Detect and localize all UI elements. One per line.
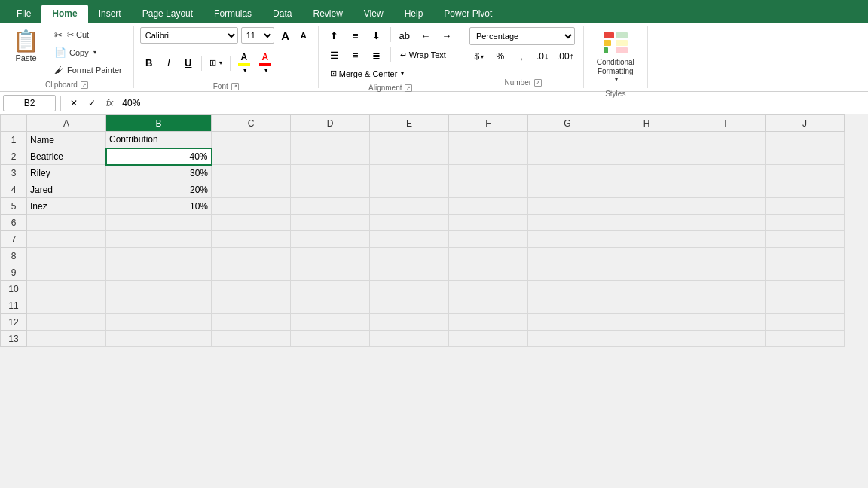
cell-a6[interactable]	[27, 215, 106, 231]
cell-d8[interactable]	[291, 248, 370, 264]
row-header-3[interactable]: 3	[1, 165, 27, 181]
align-middle-button[interactable]: ≡	[346, 27, 365, 44]
confirm-formula-button[interactable]: ✓	[84, 95, 100, 111]
cell-b11[interactable]	[106, 297, 212, 314]
cell-h4[interactable]	[607, 181, 686, 198]
tab-insert[interactable]: Insert	[88, 5, 132, 23]
cell-a9[interactable]	[27, 264, 106, 281]
row-header-11[interactable]: 11	[1, 297, 27, 314]
tab-review[interactable]: Review	[302, 5, 353, 23]
cell-g11[interactable]	[528, 297, 607, 314]
cell-f9[interactable]	[449, 264, 528, 281]
borders-button[interactable]: ⊞ ▾	[206, 56, 226, 70]
cell-c7[interactable]	[212, 231, 291, 248]
cell-g1[interactable]	[528, 132, 607, 148]
cell-e11[interactable]	[370, 297, 449, 314]
cell-e5[interactable]	[370, 198, 449, 215]
col-header-h[interactable]: H	[607, 115, 686, 132]
row-header-13[interactable]: 13	[1, 331, 27, 347]
cell-g3[interactable]	[528, 165, 607, 181]
tab-help[interactable]: Help	[394, 5, 434, 23]
comma-button[interactable]: ,	[512, 48, 531, 65]
cell-h6[interactable]	[607, 215, 686, 231]
cut-button[interactable]: ✂ ✂ Cut	[49, 27, 127, 43]
cell-a1[interactable]: Name	[27, 132, 106, 148]
cell-f6[interactable]	[449, 215, 528, 231]
italic-button[interactable]: I	[160, 54, 178, 72]
align-left-button[interactable]: ☰	[325, 47, 344, 63]
cell-i7[interactable]	[686, 231, 766, 248]
font-color-button[interactable]: A ▾	[255, 50, 275, 76]
row-header-4[interactable]: 4	[1, 181, 27, 198]
number-expand[interactable]: ↗	[534, 79, 542, 87]
cell-f12[interactable]	[449, 314, 528, 331]
cell-b12[interactable]	[106, 314, 212, 331]
cell-d7[interactable]	[291, 231, 370, 248]
cell-d5[interactable]	[291, 198, 370, 215]
tab-view[interactable]: View	[353, 5, 394, 23]
cell-f13[interactable]	[449, 331, 528, 347]
tab-home[interactable]: Home	[41, 5, 87, 23]
indent-dec-button[interactable]: ←	[416, 27, 436, 44]
cell-d13[interactable]	[291, 331, 370, 347]
merge-center-button[interactable]: ⊡ Merge & Center ▾	[325, 66, 410, 81]
tab-power-pivot[interactable]: Power Pivot	[433, 5, 503, 23]
cell-i5[interactable]	[686, 198, 766, 215]
cell-g2[interactable]	[528, 148, 607, 165]
cell-i1[interactable]	[686, 132, 766, 148]
cell-j8[interactable]	[766, 248, 845, 264]
cell-h12[interactable]	[607, 314, 686, 331]
cell-c6[interactable]	[212, 215, 291, 231]
cell-b7[interactable]	[106, 231, 212, 248]
cell-h2[interactable]	[607, 148, 686, 165]
cell-i11[interactable]	[686, 297, 766, 314]
cell-j3[interactable]	[766, 165, 845, 181]
cell-h3[interactable]	[607, 165, 686, 181]
cell-c4[interactable]	[212, 181, 291, 198]
cell-e8[interactable]	[370, 248, 449, 264]
cell-i3[interactable]	[686, 165, 766, 181]
percent-button[interactable]: %	[491, 48, 510, 65]
cell-f8[interactable]	[449, 248, 528, 264]
cell-c2[interactable]	[212, 148, 291, 165]
cell-g7[interactable]	[528, 231, 607, 248]
tab-page-layout[interactable]: Page Layout	[132, 5, 203, 23]
row-header-8[interactable]: 8	[1, 248, 27, 264]
cell-a12[interactable]	[27, 314, 106, 331]
bold-button[interactable]: B	[140, 54, 158, 72]
col-header-b[interactable]: B	[106, 115, 212, 132]
cell-g10[interactable]	[528, 281, 607, 297]
cell-a10[interactable]	[27, 281, 106, 297]
row-header-7[interactable]: 7	[1, 231, 27, 248]
cell-b2[interactable]: 40%	[106, 148, 212, 165]
cell-a11[interactable]	[27, 297, 106, 314]
cell-d1[interactable]	[291, 132, 370, 148]
cell-f7[interactable]	[449, 231, 528, 248]
cell-a13[interactable]	[27, 331, 106, 347]
cell-d4[interactable]	[291, 181, 370, 198]
cell-c5[interactable]	[212, 198, 291, 215]
cell-b6[interactable]	[106, 215, 212, 231]
cell-j1[interactable]	[766, 132, 845, 148]
cell-i2[interactable]	[686, 148, 766, 165]
cell-j9[interactable]	[766, 264, 845, 281]
cell-c13[interactable]	[212, 331, 291, 347]
formula-input[interactable]	[119, 95, 865, 111]
conditional-formatting-button[interactable]: ConditionalFormatting ▾	[590, 27, 641, 87]
cell-e4[interactable]	[370, 181, 449, 198]
cell-g12[interactable]	[528, 314, 607, 331]
format-painter-button[interactable]: 🖌 Format Painter	[49, 62, 127, 78]
corner-header[interactable]	[1, 115, 27, 132]
clipboard-expand[interactable]: ↗	[81, 81, 88, 89]
cell-reference-box[interactable]: B2	[3, 95, 56, 111]
cell-f2[interactable]	[449, 148, 528, 165]
cell-a5[interactable]: Inez	[27, 198, 106, 215]
cell-e1[interactable]	[370, 132, 449, 148]
indent-inc-button[interactable]: →	[437, 27, 457, 44]
col-header-g[interactable]: G	[528, 115, 607, 132]
font-expand[interactable]: ↗	[231, 83, 239, 90]
cell-e3[interactable]	[370, 165, 449, 181]
align-top-button[interactable]: ⬆	[325, 27, 344, 44]
row-header-12[interactable]: 12	[1, 314, 27, 331]
cell-g8[interactable]	[528, 248, 607, 264]
